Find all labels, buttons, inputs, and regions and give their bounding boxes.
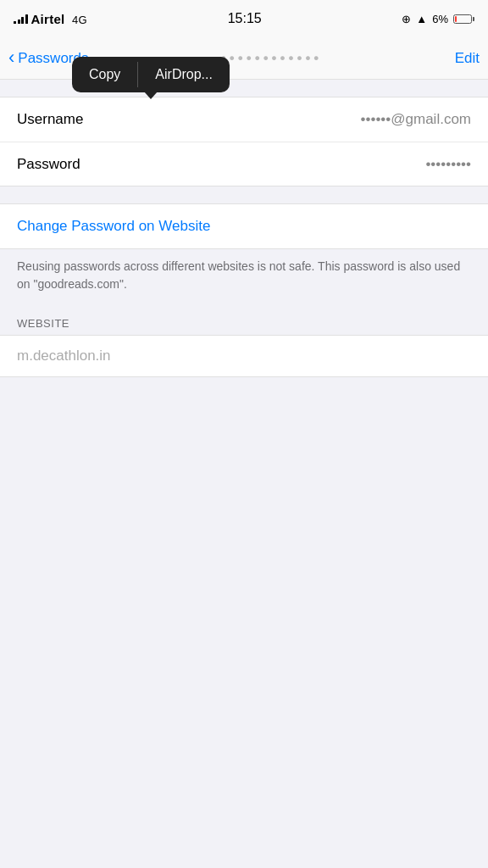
context-menu-tooltip: Copy AirDrop... <box>72 57 230 92</box>
copy-button[interactable]: Copy <box>72 57 137 92</box>
location-icon: ⊕ <box>402 13 411 25</box>
password-label: Password <box>17 156 110 173</box>
status-icons: ⊕ ▲ 6% <box>402 13 474 25</box>
warning-text: Reusing passwords across different websi… <box>17 258 471 293</box>
username-value: ••••••@gmail.com <box>110 111 471 128</box>
carrier-label: Airtel 4G <box>14 12 87 26</box>
change-password-row[interactable]: Change Password on Website <box>0 204 488 248</box>
wifi-icon: ▲ <box>416 13 427 25</box>
back-chevron-icon: ‹ <box>8 48 14 67</box>
edit-button[interactable]: Edit <box>455 50 480 67</box>
website-value[interactable]: m.decathlon.in <box>0 336 488 376</box>
status-time: 15:15 <box>228 11 262 26</box>
website-section: m.decathlon.in <box>0 335 488 377</box>
password-row[interactable]: Password ••••••••• <box>0 142 488 186</box>
website-section-header: WEBSITE <box>0 310 488 335</box>
password-value: ••••••••• <box>110 156 471 173</box>
signal-icon <box>14 14 28 24</box>
battery-label: 6% <box>432 13 448 25</box>
battery-icon <box>453 14 474 24</box>
credentials-section: Username ••••••@gmail.com Copy AirDrop..… <box>0 97 488 186</box>
middle-gap <box>0 186 488 203</box>
username-row[interactable]: Username ••••••@gmail.com Copy AirDrop..… <box>0 97 488 142</box>
username-label: Username <box>17 111 110 128</box>
status-bar: Airtel 4G 15:15 ⊕ ▲ 6% <box>0 0 488 37</box>
bottom-area <box>0 377 488 733</box>
change-password-section: Change Password on Website <box>0 203 488 249</box>
airdrop-button[interactable]: AirDrop... <box>138 57 230 92</box>
warning-section: Reusing passwords across different websi… <box>0 249 488 310</box>
change-password-link[interactable]: Change Password on Website <box>17 218 210 234</box>
